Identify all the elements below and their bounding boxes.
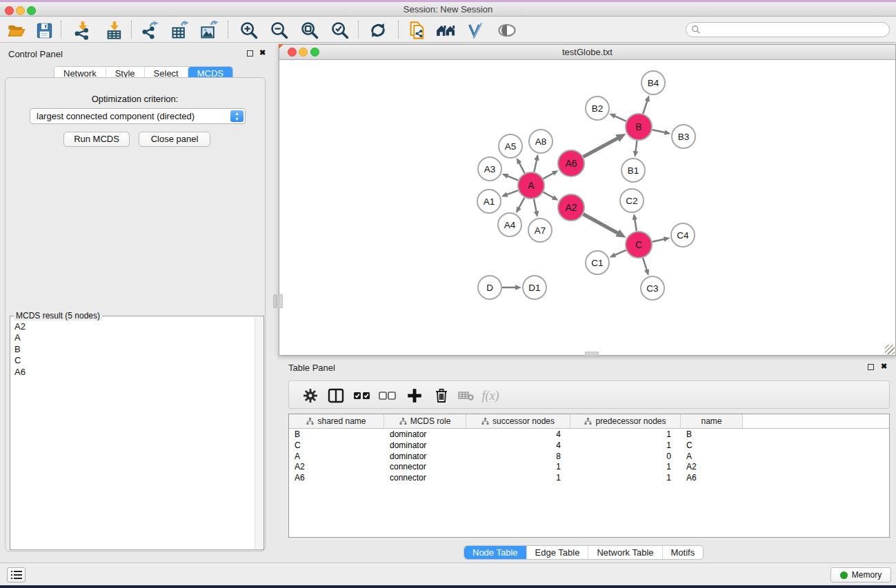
node-B1[interactable]: B1: [621, 159, 645, 182]
mcds-result-scrollbar[interactable]: [255, 317, 263, 549]
network-canvas[interactable]: B4B2BB3A8A5A6A3B1AA1C2A2A4A7C4CC1C3DD1: [279, 60, 895, 355]
edge-A-A2[interactable]: [544, 192, 555, 199]
export-network-icon[interactable]: [139, 19, 161, 41]
edge-A-A5[interactable]: [519, 162, 525, 173]
node-C3[interactable]: C3: [641, 276, 664, 300]
function-builder-icon[interactable]: f(x): [479, 385, 501, 407]
edge-A-A3[interactable]: [506, 176, 518, 181]
edge-B-B4[interactable]: [643, 100, 648, 114]
edge-A-A7[interactable]: [534, 199, 537, 213]
close-traffic-light[interactable]: [5, 6, 14, 15]
close-table-panel-icon[interactable]: ✖: [881, 362, 887, 371]
table-row[interactable]: Adominator80A: [289, 451, 889, 462]
tab-edge-table[interactable]: Edge Table: [527, 546, 589, 559]
node-C1[interactable]: C1: [586, 251, 609, 274]
save-session-icon[interactable]: [33, 19, 55, 41]
edge-C-C2[interactable]: [635, 219, 637, 232]
edge-A2-C[interactable]: [584, 214, 619, 234]
copy-network-icon[interactable]: [406, 19, 428, 41]
zoom-out-icon[interactable]: [268, 19, 290, 41]
column-header-predecessor-nodes[interactable]: predecessor nodes: [570, 414, 681, 428]
delete-column-trash-icon[interactable]: [430, 385, 452, 407]
edge-B-B3[interactable]: [653, 130, 666, 132]
network-resize-grip[interactable]: [885, 345, 895, 354]
task-history-button[interactable]: [7, 567, 26, 582]
node-A3[interactable]: A3: [478, 157, 501, 181]
zoom-in-icon[interactable]: [238, 19, 260, 41]
node-table[interactable]: shared nameMCDS rolesuccessor nodesprede…: [288, 414, 890, 538]
mcds-result-item[interactable]: A6: [14, 367, 255, 378]
deselect-all-rows-icon[interactable]: [377, 385, 399, 407]
export-table-icon[interactable]: [169, 19, 191, 41]
panel-splitter-handle[interactable]: [273, 294, 277, 308]
edge-A-A4[interactable]: [518, 198, 524, 210]
show-columns-icon[interactable]: [325, 385, 347, 407]
tab-motifs[interactable]: Motifs: [663, 546, 704, 559]
mcds-result-item[interactable]: A2: [14, 321, 255, 332]
node-A2[interactable]: A2: [558, 194, 584, 221]
edge-C-C1[interactable]: [614, 250, 626, 256]
select-all-rows-icon[interactable]: [351, 385, 373, 407]
node-D1[interactable]: D1: [523, 276, 546, 299]
network-bottom-scroll-handle[interactable]: [585, 352, 599, 356]
close-panel-icon[interactable]: ✖: [259, 48, 266, 57]
node-A1[interactable]: A1: [477, 190, 501, 213]
table-row[interactable]: A2connector11A2: [289, 461, 889, 472]
import-table-icon[interactable]: [103, 19, 126, 41]
edge-B-B2[interactable]: [614, 116, 626, 121]
memory-button[interactable]: Memory: [830, 567, 891, 582]
eye-icon[interactable]: [496, 19, 518, 41]
node-A5[interactable]: A5: [499, 134, 522, 158]
mcds-result-item[interactable]: B: [14, 344, 255, 355]
table-row[interactable]: A6connector11A6: [289, 472, 889, 483]
minimize-traffic-light[interactable]: [16, 6, 25, 15]
node-C2[interactable]: C2: [620, 189, 644, 212]
edge-C-C3[interactable]: [643, 258, 647, 271]
search-input[interactable]: [701, 25, 889, 34]
mcds-result-item[interactable]: A: [14, 332, 255, 343]
criterion-dropdown[interactable]: largest connected component (directed) ▲…: [30, 108, 246, 124]
node-D[interactable]: D: [478, 276, 501, 299]
open-session-icon[interactable]: [6, 19, 28, 41]
network-minimize-traffic-light[interactable]: [299, 48, 308, 57]
table-row[interactable]: Bdominator41B: [289, 429, 889, 440]
mcds-result-item[interactable]: C: [14, 355, 255, 366]
edge-A-A1[interactable]: [506, 190, 518, 195]
close-panel-button[interactable]: Close panel: [139, 132, 210, 147]
run-mcds-button[interactable]: Run MCDS: [63, 132, 130, 147]
node-A6[interactable]: A6: [558, 150, 584, 176]
table-settings-gear-icon[interactable]: [299, 385, 321, 407]
float-panel-icon[interactable]: [247, 50, 253, 57]
column-header-shared-name[interactable]: shared name: [289, 414, 384, 428]
export-image-icon[interactable]: [199, 19, 221, 41]
column-header-name[interactable]: name: [681, 414, 743, 428]
zoom-selected-icon[interactable]: [329, 19, 351, 41]
column-header-successor-nodes[interactable]: successor nodes: [466, 414, 570, 428]
network-zoom-traffic-light[interactable]: [310, 48, 319, 57]
graphics-details-icon[interactable]: [465, 19, 487, 41]
edge-B-B1[interactable]: [635, 141, 637, 152]
add-column-icon[interactable]: [404, 385, 426, 407]
node-B[interactable]: B: [626, 114, 652, 140]
node-C[interactable]: C: [626, 232, 652, 258]
tab-node-table[interactable]: Node Table: [464, 546, 527, 559]
delete-table-icon[interactable]: [455, 385, 477, 407]
edge-A6-B[interactable]: [584, 138, 619, 157]
network-left-scroll-handle[interactable]: [279, 294, 283, 308]
edge-A-A6[interactable]: [544, 173, 555, 179]
node-A[interactable]: A: [518, 172, 544, 199]
node-C4[interactable]: C4: [671, 223, 695, 247]
node-A8[interactable]: A8: [529, 130, 552, 153]
node-B4[interactable]: B4: [641, 71, 665, 94]
zoom-fit-icon[interactable]: [299, 19, 321, 41]
import-network-icon[interactable]: [72, 19, 94, 41]
first-neighbors-icon[interactable]: [435, 19, 457, 41]
mcds-result-list[interactable]: A2ABCA6: [10, 319, 255, 549]
float-table-panel-icon[interactable]: [868, 364, 874, 370]
node-B3[interactable]: B3: [672, 125, 695, 148]
node-A7[interactable]: A7: [528, 219, 552, 242]
network-close-traffic-light[interactable]: [288, 48, 297, 57]
tab-network-table[interactable]: Network Table: [588, 546, 662, 559]
column-header-MCDS-role[interactable]: MCDS role: [384, 414, 466, 428]
refresh-icon[interactable]: [367, 19, 389, 41]
